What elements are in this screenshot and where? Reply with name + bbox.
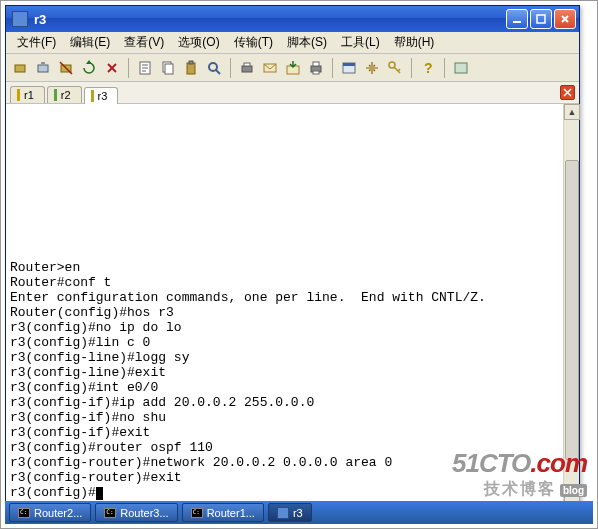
cmd-icon [191, 508, 203, 518]
menu-help[interactable]: 帮助(H) [387, 32, 442, 53]
svg-rect-9 [189, 61, 193, 64]
svg-rect-17 [313, 71, 319, 74]
toolbar-separator [332, 58, 333, 78]
taskbar-item-router1[interactable]: Router1... [182, 503, 264, 522]
taskbar: Router2... Router3... Router1... r3 [5, 501, 593, 524]
taskbar-item-router3[interactable]: Router3... [95, 503, 177, 522]
svg-rect-3 [38, 65, 48, 72]
svg-rect-12 [244, 63, 250, 66]
tab-close-button[interactable] [560, 85, 575, 100]
task-label: Router2... [34, 507, 82, 519]
title-bar[interactable]: r3 [6, 6, 579, 32]
reconnect-icon[interactable] [79, 58, 99, 78]
task-label: r3 [293, 507, 303, 519]
svg-rect-2 [15, 65, 25, 72]
print-setup-icon[interactable] [237, 58, 257, 78]
session-tab-r1[interactable]: r1 [10, 86, 45, 103]
terminal[interactable]: Router>en Router#conf t Enter configurat… [6, 104, 563, 502]
quick-connect-icon[interactable] [33, 58, 53, 78]
menu-file[interactable]: 文件(F) [10, 32, 63, 53]
find-icon[interactable] [204, 58, 224, 78]
svg-rect-16 [313, 62, 319, 66]
menu-transfer[interactable]: 传输(T) [227, 32, 280, 53]
properties-icon[interactable] [135, 58, 155, 78]
scroll-thumb[interactable] [565, 160, 579, 460]
global-options-icon[interactable] [362, 58, 382, 78]
session-tab-r3[interactable]: r3 [84, 87, 119, 104]
svg-rect-8 [187, 63, 195, 74]
toolbar-separator [128, 58, 129, 78]
copy-icon[interactable] [158, 58, 178, 78]
taskbar-item-r3[interactable]: r3 [268, 503, 312, 522]
menu-bar: 文件(F) 编辑(E) 查看(V) 选项(O) 传输(T) 脚本(S) 工具(L… [6, 32, 579, 54]
task-label: Router1... [207, 507, 255, 519]
minimize-button[interactable] [506, 9, 528, 29]
scroll-up-button[interactable]: ▲ [564, 104, 580, 120]
svg-rect-23 [455, 63, 467, 73]
terminal-prompt: r3(config)# [10, 485, 96, 500]
session-options-icon[interactable] [339, 58, 359, 78]
application-window: r3 文件(F) 编辑(E) 查看(V) 选项(O) 传输(T) 脚本(S) 工… [5, 5, 580, 505]
svg-rect-0 [513, 21, 521, 23]
key-icon[interactable] [385, 58, 405, 78]
maximize-button[interactable] [530, 9, 552, 29]
print-icon[interactable] [306, 58, 326, 78]
vertical-scrollbar[interactable]: ▲ ▼ [563, 104, 579, 502]
task-label: Router3... [120, 507, 168, 519]
cmd-icon [104, 508, 116, 518]
svg-rect-1 [537, 15, 545, 23]
menu-script[interactable]: 脚本(S) [280, 32, 334, 53]
svg-point-10 [209, 63, 217, 71]
cmd-icon [18, 508, 30, 518]
session-tab-r2[interactable]: r2 [47, 86, 82, 103]
cursor-icon [96, 487, 103, 500]
taskbar-item-router2[interactable]: Router2... [9, 503, 91, 522]
toolbar: ? [6, 54, 579, 82]
receive-icon[interactable] [283, 58, 303, 78]
toolbar-separator [411, 58, 412, 78]
window-title: r3 [34, 12, 506, 27]
svg-text:?: ? [424, 60, 433, 76]
toolbar-separator [444, 58, 445, 78]
menu-option[interactable]: 选项(O) [171, 32, 226, 53]
terminal-area: Router>en Router#conf t Enter configurat… [6, 104, 579, 502]
toolbar-separator [230, 58, 231, 78]
tab-label: r3 [98, 90, 108, 102]
app-icon [12, 11, 28, 27]
securecrt-icon [277, 507, 289, 519]
svg-rect-11 [242, 66, 252, 72]
disconnect-icon[interactable] [56, 58, 76, 78]
help-icon[interactable]: ? [418, 58, 438, 78]
connect-icon[interactable] [10, 58, 30, 78]
menu-tools[interactable]: 工具(L) [334, 32, 387, 53]
svg-rect-7 [165, 64, 173, 74]
scroll-down-button[interactable]: ▼ [564, 486, 580, 502]
session-tab-bar: r1 r2 r3 [6, 82, 579, 104]
menu-view[interactable]: 查看(V) [117, 32, 171, 53]
cancel-icon[interactable] [102, 58, 122, 78]
toggle-icon[interactable] [451, 58, 471, 78]
menu-edit[interactable]: 编辑(E) [63, 32, 117, 53]
svg-rect-19 [343, 63, 355, 66]
close-button[interactable] [554, 9, 576, 29]
send-icon[interactable] [260, 58, 280, 78]
svg-point-20 [370, 65, 375, 70]
paste-icon[interactable] [181, 58, 201, 78]
tab-label: r1 [24, 89, 34, 101]
tab-label: r2 [61, 89, 71, 101]
